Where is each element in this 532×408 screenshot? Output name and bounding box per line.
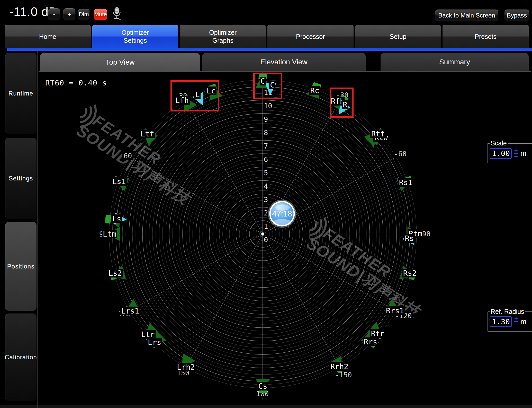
speaker-label-rc[interactable]: Rc (309, 86, 320, 95)
speaker-label-rs[interactable]: Rs (404, 234, 415, 243)
svg-text:8: 8 (264, 129, 268, 137)
svg-text:Lrs: Lrs (148, 338, 161, 347)
ref-radius-input[interactable]: 1.30 (490, 316, 512, 327)
speaker-label-rtf[interactable]: Rtf (370, 129, 386, 138)
speaker-label-ltf[interactable]: Ltf (140, 129, 155, 138)
tab-elevation-view[interactable]: Elevation View (202, 53, 366, 71)
svg-text:R: R (343, 100, 347, 109)
svg-text:Rs: Rs (405, 234, 414, 243)
svg-text:C: C (270, 81, 274, 89)
svg-text:2: 2 (264, 209, 268, 217)
speaker-label-l[interactable]: L (194, 90, 201, 99)
bottom-strip (0, 405, 532, 408)
scale-control: Scale 1.00 + − m (488, 140, 532, 163)
scale-decrement-icon[interactable]: − (514, 155, 518, 158)
angle-label--150: -150 (334, 371, 354, 379)
tab-presets[interactable]: Presets (443, 25, 529, 48)
speaker-label-rtr[interactable]: Rtr (370, 329, 385, 338)
ref-radius-decrement-icon[interactable]: − (514, 323, 518, 327)
svg-text:Rrs: Rrs (364, 337, 377, 346)
angle-label-60: 60 (122, 152, 133, 160)
back-to-main-screen-button[interactable]: Back to Main Screen (435, 10, 498, 21)
svg-text:Rrh2: Rrh2 (330, 362, 348, 371)
svg-text:7: 7 (264, 142, 268, 150)
svg-text:C: C (260, 77, 265, 85)
tab-optimizer-settings[interactable]: OptimizerSettings (92, 25, 178, 48)
speaker-label-lrs1[interactable]: Lrs1 (120, 307, 140, 315)
sidebar-item-runtime[interactable]: Runtime (5, 53, 37, 134)
svg-text:9: 9 (264, 115, 268, 123)
active-tab-underline (7, 48, 532, 51)
svg-text:-150: -150 (335, 371, 352, 379)
clock-badge: 47:18 (269, 201, 295, 227)
svg-text:Ls1: Ls1 (112, 177, 126, 186)
svg-text:Rs1: Rs1 (399, 178, 412, 187)
tab-setup[interactable]: Setup (355, 25, 441, 48)
main-tab-bar: Home OptimizerSettings OptimizerGraphs P… (5, 25, 529, 48)
svg-text:6: 6 (264, 155, 268, 163)
speaker-label-ltm[interactable]: Ltm (102, 230, 117, 238)
mute-button[interactable]: Mute (94, 9, 107, 20)
speaker-label-rs1[interactable]: Rs1 (398, 178, 413, 187)
tab-optimizer-graphs[interactable]: OptimizerGraphs (180, 25, 266, 48)
tab-home[interactable]: Home (5, 25, 91, 48)
microphone-icon[interactable] (111, 7, 124, 22)
svg-text:10: 10 (264, 102, 272, 110)
svg-text:Ltm: Ltm (103, 230, 116, 238)
rt60-readout: RT60 = 0.40 s (43, 78, 109, 88)
speaker-label-lrh2[interactable]: Lrh2 (176, 363, 196, 371)
ref-radius-stepper[interactable]: + − (514, 317, 518, 327)
speaker-label-rrh2[interactable]: Rrh2 (329, 362, 349, 371)
tab-processor[interactable]: Processor (267, 25, 354, 48)
ref-radius-label: Ref. Radius (490, 308, 525, 315)
bypass-button[interactable]: Bypass (504, 10, 529, 21)
svg-text:L: L (195, 90, 200, 99)
svg-text:Ls: Ls (112, 214, 121, 223)
dim-button[interactable]: Dim (78, 9, 89, 20)
speaker-label-lc[interactable]: Lc (206, 86, 217, 95)
svg-text:Ltf: Ltf (141, 129, 154, 138)
svg-text:47:18: 47:18 (272, 209, 292, 218)
speaker-label-ls1[interactable]: Ls1 (111, 177, 127, 186)
volume-up-button[interactable]: + (63, 8, 75, 20)
scale-stepper[interactable]: + − (514, 149, 518, 158)
sidebar-item-settings[interactable]: Settings (5, 138, 37, 219)
sidebar-item-calibration[interactable]: Calibration (5, 314, 37, 401)
angle-label--60: -60 (393, 150, 408, 158)
speaker-label-c[interactable]: C (269, 81, 275, 89)
speaker-label-ltr[interactable]: Ltr (140, 330, 156, 339)
speaker-label-lrs[interactable]: Lrs (147, 338, 162, 347)
tab-top-view[interactable]: Top View (40, 53, 200, 72)
speaker-label-rs2[interactable]: Rs2 (402, 269, 418, 277)
speaker-label-lfh[interactable]: Lfh (174, 96, 190, 105)
speaker-label-rrs[interactable]: Rrs (363, 337, 378, 346)
svg-text:Rtr: Rtr (371, 329, 384, 338)
svg-text:Rrs1: Rrs1 (386, 306, 404, 315)
speaker-label-c[interactable]: C (260, 77, 266, 85)
svg-text:Lc: Lc (207, 86, 216, 95)
svg-text:Lfh: Lfh (175, 96, 189, 105)
svg-text:Rs2: Rs2 (403, 269, 417, 277)
scale-unit: m (520, 149, 526, 158)
speaker-label-ls[interactable]: Ls (111, 214, 122, 223)
svg-text:Rc: Rc (310, 86, 319, 95)
ref-radius-unit: m (520, 318, 526, 326)
svg-text:-60: -60 (394, 150, 407, 158)
speaker-label-ls2[interactable]: Ls2 (107, 269, 123, 277)
svg-text:Rtf: Rtf (371, 129, 385, 138)
svg-text:0: 0 (264, 236, 268, 244)
volume-down-button[interactable]: - (48, 8, 60, 20)
speaker-label-r[interactable]: R (342, 100, 348, 109)
listener-center-dot (261, 232, 264, 236)
svg-text:5: 5 (264, 169, 268, 177)
watermark: FEATHERSOUND|羽声科技 (69, 102, 205, 209)
sidebar-item-positions[interactable]: Positions (5, 222, 37, 311)
top-bar: -11.0 dB - + Dim Mute Back to Main Scree… (0, 0, 532, 24)
scale-input[interactable]: 1.00 (490, 148, 512, 159)
speaker-label-rrs1[interactable]: Rrs1 (385, 306, 405, 315)
ref-radius-control: Ref. Radius 1.30 + − m (488, 308, 532, 332)
tab-summary[interactable]: Summary (381, 53, 529, 71)
speaker-label-cs[interactable]: Cs (257, 382, 268, 390)
optimizer-settings-screen: -11.0 dB - + Dim Mute Back to Main Scree… (0, 0, 532, 408)
sidebar-divider (37, 51, 38, 408)
